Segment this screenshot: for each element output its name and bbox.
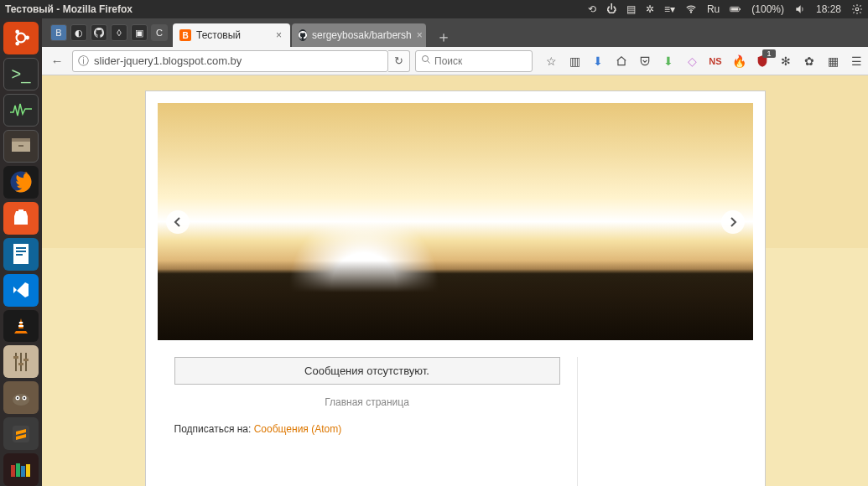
url-input[interactable] [94,54,382,67]
launcher-vscode[interactable] [3,274,39,307]
svg-point-0 [690,12,691,13]
bookmark-pocket[interactable]: ◊ [111,24,127,41]
extension-diamond-icon[interactable]: ◇ [685,54,699,68]
tab-label: sergeybosak/barbersh [312,29,412,41]
tab-label: Тестовый [196,29,241,41]
close-icon[interactable]: × [417,29,423,41]
slider-next-button[interactable] [721,210,745,234]
messages-icon[interactable]: ▤ [626,3,636,15]
launcher-writer[interactable] [3,238,39,271]
home-link[interactable]: Главная страница [174,396,560,408]
bookmark-bar: В ◐ ◊ ▣ C [45,18,173,47]
launcher-dash[interactable] [3,22,39,54]
library-icon[interactable]: ▥ [568,54,581,68]
launcher-software[interactable] [3,202,39,235]
keyboard-indicator[interactable]: Ru [707,3,720,15]
svg-rect-23 [25,353,27,371]
svg-rect-24 [13,356,18,359]
svg-rect-21 [15,353,17,371]
launcher: >_ [0,18,42,486]
page-content: Сообщения отсутствуют. Главная страница … [145,90,766,486]
bookmark-item[interactable]: ▣ [131,24,148,41]
slider [158,103,753,340]
viewport[interactable]: Сообщения отсутствуют. Главная страница … [42,75,868,486]
power-icon[interactable]: ⏻ [606,3,616,15]
bookmark-chrome[interactable]: ◐ [70,24,87,41]
info-icon[interactable]: ⓘ [78,54,89,69]
browser-window: В ◐ ◊ ▣ C B Тестовый × sergeybosak/barbe… [42,18,868,486]
battery-text: (100%) [751,3,784,15]
subscribe-line: Подписаться на: Сообщения (Atom) [174,423,560,435]
svg-rect-14 [18,209,23,212]
svg-rect-18 [16,254,23,256]
close-icon[interactable]: × [276,29,282,41]
launcher-firefox[interactable] [3,166,39,199]
menu-icon[interactable]: ☰ [850,54,863,68]
launcher-system-monitor[interactable] [3,94,39,127]
sidebar-column [577,357,753,486]
activity-icon[interactable]: ✲ [646,3,654,15]
wifi-icon[interactable] [685,3,697,15]
svg-rect-22 [20,353,22,371]
svg-rect-12 [18,145,23,147]
slider-prev-button[interactable] [166,210,190,234]
bookmark-github[interactable] [91,24,107,41]
svg-rect-16 [16,247,26,249]
svg-rect-17 [16,251,26,252]
ublock-icon[interactable]: 1 [756,54,769,68]
tab-strip: В ◐ ◊ ▣ C B Тестовый × sergeybosak/barbe… [42,18,868,47]
svg-rect-20 [18,325,23,327]
launcher-sublime[interactable] [3,417,39,450]
clock[interactable]: 18:28 [816,3,841,15]
tab-active[interactable]: B Тестовый × [173,23,290,47]
downloads-icon[interactable]: ⬇ [591,54,605,68]
indicator-area: ⟲ ⏻ ▤ ✲ ≡▾ Ru (100%) 18:28 [588,3,863,15]
svg-rect-19 [19,322,23,323]
search-input[interactable] [434,55,527,67]
svg-rect-10 [12,138,30,142]
back-button[interactable]: ← [47,51,67,71]
bookmark-c[interactable]: C [151,24,168,41]
svg-point-37 [423,56,429,62]
noscript-icon[interactable]: NS [709,56,722,66]
download-green-icon[interactable]: ⬇ [662,54,675,68]
extension-icon[interactable]: ✻ [779,54,793,68]
menu-icon[interactable]: ≡▾ [664,3,675,15]
toolbar-icons: ☆ ▥ ⬇ ⬇ ◇ NS 🔥 1 ✻ ✿ ▦ ☰ [538,54,863,68]
launcher-sound-settings[interactable] [3,345,39,378]
svg-rect-32 [13,426,29,442]
volume-icon[interactable] [794,3,806,15]
launcher-files[interactable] [3,130,39,163]
battery-icon[interactable] [730,3,741,15]
sync-icon[interactable]: ⟲ [588,3,596,15]
window-title: Тестовый - Mozilla Firefox [5,3,133,15]
github-icon [299,29,307,41]
launcher-terminal[interactable]: >_ [3,58,39,90]
svg-rect-36 [26,464,30,477]
pocket-icon[interactable] [638,55,652,67]
svg-rect-34 [16,463,20,477]
bookmark-vk[interactable]: В [50,24,67,41]
bookmark-star-icon[interactable]: ☆ [544,54,558,68]
launcher-calibre[interactable] [3,453,39,486]
home-icon[interactable] [615,55,628,67]
new-tab-button[interactable]: ＋ [428,27,460,47]
extension-icon-3[interactable]: ▦ [826,54,839,68]
tab-inactive[interactable]: sergeybosak/barbersh × [292,23,426,47]
subscribe-atom-link[interactable]: Сообщения (Atom) [254,423,341,435]
svg-rect-26 [23,359,29,361]
slider-trees [158,261,753,340]
svg-point-27 [13,394,29,406]
search-box[interactable] [415,50,533,72]
extension-icon-2[interactable]: ✿ [803,54,816,68]
reload-button[interactable]: ↻ [388,50,410,72]
svg-point-8 [15,30,19,34]
extension-flame-icon[interactable]: 🔥 [732,54,746,68]
address-bar[interactable]: ⓘ [72,50,388,72]
svg-rect-2 [740,8,741,10]
ublock-badge: 1 [762,49,776,58]
launcher-vlc[interactable] [3,310,39,343]
svg-rect-25 [18,363,23,365]
settings-gear-icon[interactable] [851,3,863,15]
launcher-gimp[interactable] [3,381,39,414]
